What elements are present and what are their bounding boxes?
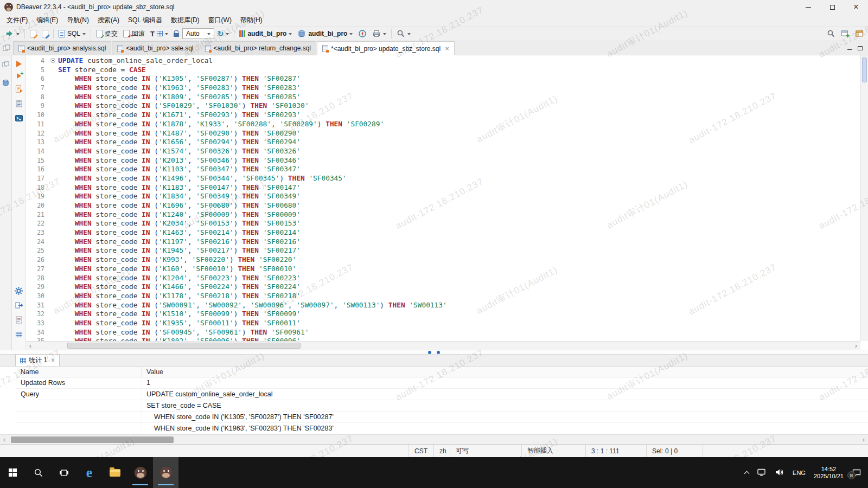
- code-area[interactable]: 4UPDATE custom_online_sale_order_local5S…: [26, 56, 860, 341]
- start-button[interactable]: [0, 457, 25, 488]
- rollback-button[interactable]: 回滚: [121, 28, 147, 40]
- transaction-log-button[interactable]: T: [148, 29, 170, 39]
- report-icon[interactable]: [15, 316, 23, 324]
- code-line[interactable]: 32 WHEN store_code IN ('K1510', 'SF00099…: [26, 310, 860, 319]
- explain-plan-icon[interactable]: [15, 99, 23, 108]
- results-horizontal-scrollbar[interactable]: ‹ ›: [0, 434, 868, 444]
- menu-file[interactable]: 文件(F): [2, 14, 32, 27]
- device-icon[interactable]: [757, 468, 767, 478]
- code-line[interactable]: 13 WHEN store_code IN ('K1656', 'SF00294…: [26, 138, 860, 147]
- close-statistics-tab-icon[interactable]: ×: [51, 357, 55, 364]
- splitter-dot-icon[interactable]: [428, 351, 431, 354]
- code-line[interactable]: 7 WHEN store_code IN ('K1963', 'SF00283'…: [26, 84, 860, 93]
- code-line[interactable]: 12 WHEN store_code IN ('K1487', 'SF00290…: [26, 129, 860, 138]
- code-line[interactable]: 11 WHEN store_code IN ('K1878', 'K1933',…: [26, 120, 860, 129]
- execute-script-icon[interactable]: [15, 85, 23, 93]
- code-line[interactable]: 33 WHEN store_code IN ('K1935', 'SF00011…: [26, 319, 860, 328]
- grid-export-icon[interactable]: [15, 330, 23, 339]
- code-line[interactable]: 30 WHEN store_code IN ('K1178', 'SF00218…: [26, 292, 860, 301]
- commit-mode-combo[interactable]: Auto: [182, 28, 214, 39]
- export-data-icon[interactable]: [15, 301, 23, 310]
- menu-edit[interactable]: 编辑(E): [32, 14, 62, 27]
- code-line[interactable]: 9 WHEN store_code IN ('SF01029', 'SF0103…: [26, 101, 860, 111]
- result-name-cell[interactable]: Updated Rows: [16, 377, 142, 388]
- code-line[interactable]: 5SET store_code = CASE: [26, 66, 860, 75]
- code-line[interactable]: 14 WHEN store_code IN ('K1574', 'SF00326…: [26, 147, 860, 156]
- edge-browser-button[interactable]: e: [76, 457, 102, 488]
- locate-in-navigator-button[interactable]: [356, 28, 369, 39]
- code-line[interactable]: 4UPDATE custom_online_sale_order_local: [26, 56, 860, 66]
- result-name-cell[interactable]: [16, 400, 142, 411]
- scroll-right-icon[interactable]: ›: [859, 435, 868, 444]
- sql-console-icon[interactable]: [15, 114, 23, 123]
- code-line[interactable]: 18 WHEN store_code IN ('K1183', 'SF00147…: [26, 183, 860, 192]
- tab-update-sbz-store-sql[interactable]: *<audit_bi_pro> update_sbz_store.sql ×: [317, 41, 455, 55]
- result-value-cell[interactable]: 1: [142, 377, 868, 388]
- schema-selector[interactable]: audit_bi_pro: [295, 28, 355, 39]
- connection-selector[interactable]: audit_bi_pro: [237, 29, 294, 38]
- taskbar-clock[interactable]: 14:52 2025/10/21: [814, 466, 844, 480]
- minimize-button[interactable]: [796, 0, 820, 14]
- menu-sql-editor[interactable]: SQL 编辑器: [124, 14, 167, 27]
- close-button[interactable]: ×: [844, 0, 868, 14]
- code-line[interactable]: 16 WHEN store_code IN ('K1103', 'SF00347…: [26, 165, 860, 174]
- maximize-button[interactable]: [820, 0, 844, 14]
- scrollbar-thumb[interactable]: [862, 57, 867, 82]
- scrollbar-track[interactable]: [35, 342, 852, 350]
- scrollbar-thumb[interactable]: [67, 343, 301, 349]
- tab-return-change-sql[interactable]: <audit_bi_pro> return_change.sql: [200, 41, 316, 55]
- result-value-cell[interactable]: WHEN store_code IN ('K1963', 'SF00283') …: [142, 423, 868, 434]
- commit-button[interactable]: 提交: [94, 28, 120, 40]
- code-line[interactable]: 17 WHEN store_code IN ('K1496', 'SF00344…: [26, 174, 860, 183]
- dbeaver-taskbar-button[interactable]: [127, 457, 153, 488]
- open-sql-script-button[interactable]: [40, 29, 50, 38]
- quick-search-icon[interactable]: [827, 29, 835, 38]
- code-line[interactable]: 10 WHEN store_code IN ('K1671', 'SF00293…: [26, 111, 860, 120]
- code-line[interactable]: 21 WHEN store_code IN ('K1240', 'SF00009…: [26, 210, 860, 220]
- code-line[interactable]: 22 WHEN store_code IN ('K2034', 'SF00153…: [26, 219, 860, 228]
- code-line[interactable]: 34 WHEN store_code IN ('SF00945', 'SF009…: [26, 328, 860, 337]
- scroll-right-icon[interactable]: ›: [852, 342, 860, 350]
- editor-results-splitter[interactable]: [0, 350, 868, 354]
- column-header-name[interactable]: Name: [16, 367, 142, 377]
- execute-new-tab-icon[interactable]: [17, 73, 21, 79]
- new-sql-editor-button[interactable]: [28, 29, 39, 38]
- code-line[interactable]: 23 WHEN store_code IN ('K1463', 'SF00214…: [26, 228, 860, 237]
- menu-search[interactable]: 搜索(A): [93, 14, 124, 27]
- tab-statistics[interactable]: 统计 1 ×: [15, 354, 60, 366]
- table-header[interactable]: Name Value: [16, 367, 868, 377]
- code-line[interactable]: 8 WHEN store_code IN ('K1809', 'SF00285'…: [26, 93, 860, 102]
- close-tab-icon[interactable]: ×: [445, 44, 449, 53]
- code-line[interactable]: 6 WHEN store_code IN ('K1305', 'SF00287'…: [26, 74, 860, 84]
- execute-statement-icon[interactable]: [16, 61, 22, 67]
- result-name-cell[interactable]: [16, 412, 142, 422]
- code-line[interactable]: 19 WHEN store_code IN ('K1834', 'SF00349…: [26, 192, 860, 201]
- code-line[interactable]: 29 WHEN store_code IN ('K1466', 'SF00224…: [26, 282, 860, 292]
- code-line[interactable]: 27 WHEN store_code IN ('K160', 'SF00010'…: [26, 265, 860, 274]
- column-header-value[interactable]: Value: [142, 367, 868, 377]
- code-line[interactable]: 25 WHEN store_code IN ('K1945', 'SF00217…: [26, 246, 860, 255]
- code-line[interactable]: 20 WHEN store_code IN ('K1696', 'SF00680…: [26, 201, 860, 210]
- dbeaver-taskbar-button-active[interactable]: [153, 457, 178, 488]
- scrollbar-track[interactable]: [9, 435, 859, 444]
- scrollbar-thumb[interactable]: [11, 436, 174, 443]
- file-explorer-button[interactable]: [102, 457, 127, 488]
- tab-analysis-sql[interactable]: <audit_bi_pro> analysis.sql: [13, 41, 111, 55]
- new-connection-button[interactable]: [3, 28, 22, 39]
- autocommit-lock-button[interactable]: [171, 29, 181, 38]
- search-dropdown[interactable]: [394, 28, 413, 39]
- minimized-panel-icon[interactable]: [2, 61, 10, 71]
- result-row[interactable]: SET store_code = CASE: [16, 400, 868, 412]
- menu-help[interactable]: 帮助(H): [236, 14, 267, 27]
- editor-vertical-scrollbar[interactable]: [860, 55, 868, 341]
- database-navigator-icon[interactable]: [2, 79, 10, 89]
- splitter-dot-icon[interactable]: [437, 351, 440, 354]
- result-row[interactable]: Updated Rows1: [16, 377, 868, 389]
- menu-database[interactable]: 数据库(D): [167, 14, 204, 27]
- code-line[interactable]: 31 WHEN store_code IN ('SW00091', 'SW000…: [26, 301, 860, 310]
- sql-editor[interactable]: 4UPDATE custom_online_sale_order_local5S…: [26, 55, 868, 350]
- scroll-left-icon[interactable]: ‹: [0, 435, 9, 444]
- open-perspective-icon[interactable]: [841, 29, 850, 38]
- speaker-icon[interactable]: [775, 468, 784, 478]
- editor-horizontal-scrollbar[interactable]: ‹ ›: [26, 341, 860, 350]
